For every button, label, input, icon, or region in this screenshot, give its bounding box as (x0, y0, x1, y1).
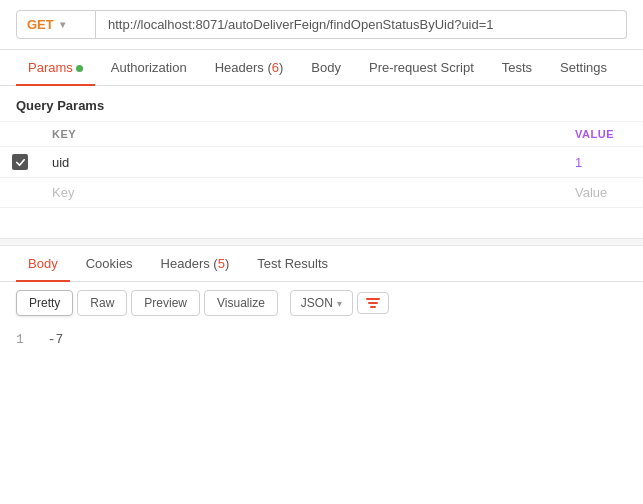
line-number-1: 1 (16, 332, 24, 347)
col-header-value: VALUE (563, 122, 643, 147)
table-row-empty: Key Value (0, 178, 643, 208)
format-visualize-button[interactable]: Visualize (204, 290, 278, 316)
col-header-check (0, 122, 40, 147)
row-value-cell: 1 (563, 147, 643, 178)
tab-params[interactable]: Params (16, 50, 95, 85)
format-bar: Pretty Raw Preview Visualize JSON ▾ (0, 282, 643, 324)
tab-tests[interactable]: Tests (490, 50, 544, 85)
filter-icon (366, 298, 380, 308)
params-dot-indicator (76, 65, 83, 72)
param-checkbox[interactable] (12, 154, 28, 170)
format-preview-button[interactable]: Preview (131, 290, 200, 316)
tab-headers[interactable]: Headers (6) (203, 50, 296, 85)
bottom-tab-testresults[interactable]: Test Results (245, 246, 340, 281)
format-chevron-icon: ▾ (337, 298, 342, 309)
table-row: uid 1 (0, 147, 643, 178)
row-key-cell: uid (40, 147, 563, 178)
response-value-1: -7 (48, 332, 64, 347)
tab-authorization[interactable]: Authorization (99, 50, 199, 85)
method-select[interactable]: GET ▾ (16, 10, 96, 39)
section-divider (0, 238, 643, 246)
method-chevron-icon: ▾ (60, 19, 65, 30)
method-label: GET (27, 17, 54, 32)
url-input[interactable] (96, 10, 627, 39)
empty-check-cell (0, 178, 40, 208)
bottom-tab-body[interactable]: Body (16, 246, 70, 281)
bottom-tab-cookies[interactable]: Cookies (74, 246, 145, 281)
top-tabs: Params Authorization Headers (6) Body Pr… (0, 50, 643, 86)
query-params-title: Query Params (0, 86, 643, 121)
empty-key-cell[interactable]: Key (40, 178, 563, 208)
response-body: 1 -7 (0, 324, 643, 355)
tab-settings[interactable]: Settings (548, 50, 619, 85)
empty-value-cell[interactable]: Value (563, 178, 643, 208)
row-checkbox-cell (0, 147, 40, 178)
format-type-select[interactable]: JSON ▾ (290, 290, 353, 316)
bottom-tabs: Body Cookies Headers (5) Test Results (0, 246, 643, 282)
filter-button[interactable] (357, 292, 389, 314)
url-bar: GET ▾ (0, 0, 643, 50)
col-header-key: KEY (40, 122, 563, 147)
tab-body[interactable]: Body (299, 50, 353, 85)
format-pretty-button[interactable]: Pretty (16, 290, 73, 316)
format-raw-button[interactable]: Raw (77, 290, 127, 316)
bottom-tab-headers[interactable]: Headers (5) (149, 246, 242, 281)
params-table: KEY VALUE uid 1 Key (0, 121, 643, 208)
tab-prerequest[interactable]: Pre-request Script (357, 50, 486, 85)
